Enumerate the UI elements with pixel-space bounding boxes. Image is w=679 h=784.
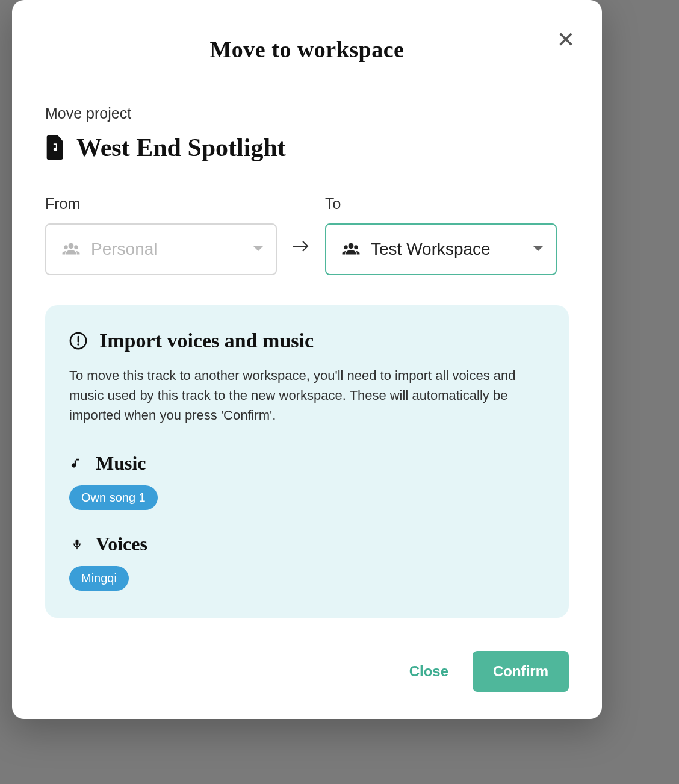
info-title: Import voices and music <box>99 329 314 352</box>
people-icon <box>341 242 361 257</box>
svg-rect-6 <box>76 539 79 545</box>
from-label: From <box>45 195 277 213</box>
from-workspace-select[interactable]: Personal <box>45 223 277 275</box>
people-icon <box>61 242 81 257</box>
mic-icon <box>69 537 85 552</box>
chevron-down-icon <box>253 244 264 255</box>
audio-file-icon <box>45 135 64 160</box>
voice-chips: Mingqi <box>69 566 545 591</box>
close-button[interactable]: Close <box>403 652 454 691</box>
import-info-panel: Import voices and music To move this tra… <box>45 305 569 618</box>
music-category-label: Music <box>96 452 146 474</box>
voice-chip: Mingqi <box>69 566 129 591</box>
modal-title: Move to workspace <box>45 36 569 63</box>
alert-icon <box>69 332 87 350</box>
project-name: West End Spotlight <box>76 133 286 162</box>
from-workspace-value: Personal <box>91 240 158 259</box>
to-workspace-select[interactable]: Test Workspace <box>325 223 557 275</box>
voices-category-label: Voices <box>96 533 147 555</box>
arrow-right-icon <box>277 220 325 272</box>
move-workspace-modal: Move to workspace Move project West End … <box>12 0 602 719</box>
confirm-button[interactable]: Confirm <box>473 651 569 692</box>
to-label: To <box>325 195 557 213</box>
svg-point-5 <box>77 343 79 346</box>
to-workspace-value: Test Workspace <box>371 240 491 259</box>
chevron-down-icon <box>533 244 544 255</box>
music-chip: Own song 1 <box>69 485 158 510</box>
info-description: To move this track to another workspace,… <box>69 366 545 425</box>
music-chips: Own song 1 <box>69 485 545 510</box>
project-row: West End Spotlight <box>45 133 569 162</box>
move-project-label: Move project <box>45 105 569 122</box>
close-icon[interactable] <box>554 27 578 51</box>
music-note-icon <box>69 456 85 471</box>
